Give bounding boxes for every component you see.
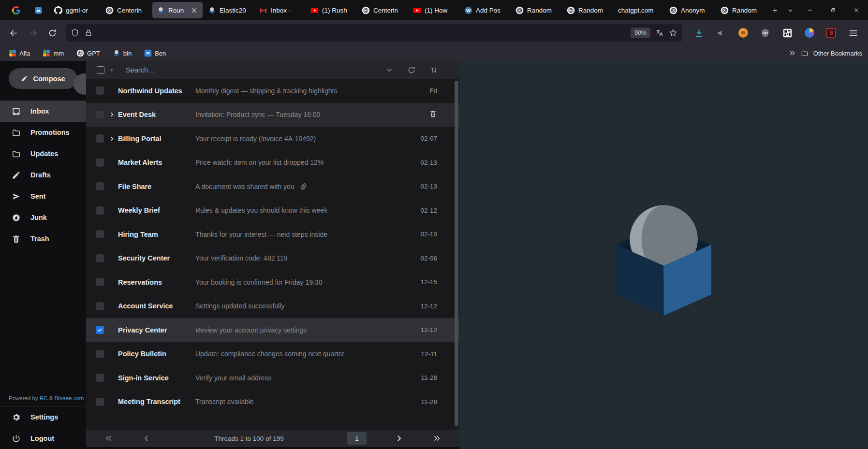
tab-inbox[interactable]: Inbox - bbox=[255, 2, 305, 18]
translate-icon[interactable] bbox=[655, 29, 664, 37]
refresh-icon[interactable] bbox=[407, 66, 416, 74]
list-options-chevron-icon[interactable] bbox=[385, 66, 394, 74]
other-bookmarks-label[interactable]: Other Bookmarks bbox=[813, 50, 862, 57]
shield-icon[interactable] bbox=[71, 29, 79, 37]
row-checkbox[interactable] bbox=[96, 206, 104, 215]
row-checkbox[interactable] bbox=[96, 398, 104, 406]
menu-hamburger-icon[interactable] bbox=[848, 28, 858, 38]
tab-1-rush[interactable]: (1) Rush bbox=[306, 2, 356, 18]
row-checkbox[interactable] bbox=[96, 111, 104, 119]
powered-link-rc[interactable]: RC bbox=[40, 395, 48, 401]
minimize-button[interactable] bbox=[798, 0, 822, 20]
lock-icon[interactable] bbox=[84, 29, 93, 37]
expand-thread-icon[interactable] bbox=[108, 135, 115, 142]
sidebar-item-drafts[interactable]: Drafts bbox=[0, 164, 86, 186]
tab-centerin[interactable]: Centerin bbox=[357, 2, 408, 18]
expand-thread-icon[interactable] bbox=[108, 111, 115, 118]
tab-random[interactable]: Random bbox=[716, 2, 766, 18]
row-date[interactable] bbox=[413, 110, 459, 119]
mail-row[interactable]: Hiring TeamThanks for your interest — ne… bbox=[86, 222, 459, 246]
tab-anonym[interactable]: Anonym bbox=[665, 2, 715, 18]
first-page-icon[interactable] bbox=[104, 434, 113, 443]
row-checkbox[interactable] bbox=[96, 182, 104, 190]
back-button[interactable] bbox=[5, 25, 22, 41]
bookmark-afla[interactable]: Afla bbox=[9, 49, 30, 57]
bookmark-gpt[interactable]: GPT bbox=[76, 49, 100, 57]
mail-row[interactable]: Billing PortalYour receipt is ready (Inv… bbox=[86, 127, 459, 151]
mail-row[interactable]: Northwind UpdatesMonthly digest — shippi… bbox=[86, 79, 459, 103]
url-bar[interactable]: 90% bbox=[66, 24, 682, 42]
maximize-button[interactable] bbox=[822, 0, 845, 20]
tab-random[interactable]: Random bbox=[562, 2, 613, 18]
reload-button[interactable] bbox=[44, 25, 61, 41]
row-checkbox[interactable] bbox=[96, 254, 104, 262]
extension-ud-shield-icon[interactable]: UD bbox=[760, 28, 770, 38]
last-page-icon[interactable] bbox=[432, 434, 441, 443]
bookmarks-overflow-icon[interactable] bbox=[788, 49, 796, 57]
list-all-tabs-button[interactable] bbox=[782, 2, 798, 18]
row-checkbox[interactable] bbox=[96, 374, 104, 382]
bookmark-mm[interactable]: mm bbox=[43, 49, 64, 57]
tab-blueapp[interactable] bbox=[28, 2, 49, 18]
search-input[interactable]: Search... bbox=[126, 66, 154, 74]
tab-centerin[interactable]: Centerin bbox=[101, 2, 151, 18]
select-dropdown-caret-icon[interactable] bbox=[108, 67, 115, 73]
extension-pie-icon[interactable] bbox=[805, 28, 814, 38]
sidebar-item-promotions[interactable]: Promotions bbox=[0, 122, 86, 143]
row-checkbox[interactable] bbox=[96, 326, 104, 334]
mail-row[interactable]: Weekly BriefRules & updates you should k… bbox=[86, 199, 459, 223]
speaker-muted-icon[interactable] bbox=[716, 28, 726, 38]
compose-button[interactable]: Compose bbox=[9, 68, 77, 89]
sidebar-item-inbox[interactable]: Inbox bbox=[0, 101, 86, 122]
mail-row[interactable]: Market AlertsPrice watch: item on your l… bbox=[86, 151, 459, 175]
forward-button[interactable] bbox=[24, 25, 42, 41]
mail-row[interactable]: Policy BulletinUpdate: compliance change… bbox=[86, 342, 459, 366]
next-page-icon[interactable] bbox=[395, 434, 403, 443]
mail-row[interactable]: Security CenterYour verification code: 4… bbox=[86, 246, 459, 271]
sidebar-item-updates[interactable]: Updates bbox=[0, 143, 86, 164]
sidebar-item-junk[interactable]: Junk bbox=[0, 207, 86, 228]
row-checkbox[interactable] bbox=[96, 87, 104, 95]
tab-random[interactable]: Random bbox=[511, 2, 561, 18]
downloads-icon[interactable] bbox=[694, 28, 704, 38]
new-tab-button[interactable] bbox=[767, 2, 782, 18]
tab-roun[interactable]: Roun bbox=[152, 2, 203, 18]
scrollbar-thumb[interactable] bbox=[455, 81, 458, 426]
sidebar-item-logout[interactable]: Logout bbox=[0, 428, 86, 449]
tab-elastic20[interactable]: Elastic20 bbox=[204, 2, 254, 18]
bookmark-star-icon[interactable] bbox=[669, 29, 677, 37]
row-checkbox[interactable] bbox=[96, 134, 104, 143]
mail-row[interactable]: Event DeskInvitation: Product sync — Tue… bbox=[86, 103, 459, 127]
mail-row[interactable]: Account ServiceSettings updated successf… bbox=[86, 294, 459, 319]
bookmark-ben[interactable]: Ben bbox=[144, 49, 166, 57]
tab-chatgpt-com[interactable]: chatgpt.com bbox=[614, 2, 664, 18]
mail-row[interactable]: ReservationsYour booking is confirmed fo… bbox=[86, 270, 459, 294]
select-all-checkbox[interactable] bbox=[97, 66, 104, 74]
list-scrollbar[interactable] bbox=[455, 80, 458, 429]
extension-orange-icon[interactable] bbox=[738, 28, 748, 38]
row-checkbox[interactable] bbox=[96, 278, 104, 286]
tab-close-icon[interactable] bbox=[190, 6, 198, 14]
row-checkbox[interactable] bbox=[96, 350, 104, 358]
extension-s-icon[interactable]: S bbox=[826, 28, 836, 38]
previous-page-icon[interactable] bbox=[142, 434, 151, 443]
mail-row[interactable]: Meeting TranscriptTranscript available11… bbox=[86, 390, 459, 414]
extension-qr-icon[interactable] bbox=[782, 28, 793, 38]
row-checkbox[interactable] bbox=[96, 159, 104, 167]
sidebar-item-trash[interactable]: Trash bbox=[0, 228, 86, 249]
tab-ggml-or[interactable]: ggml-or bbox=[50, 2, 100, 18]
mail-row[interactable]: File ShareA document was shared with you… bbox=[86, 174, 459, 199]
zoom-level-indicator[interactable]: 90% bbox=[631, 28, 650, 38]
tab-add-pos[interactable]: WAdd Pos bbox=[460, 2, 510, 18]
powered-link-binaee[interactable]: Binaee.com bbox=[55, 395, 84, 401]
sidebar-item-sent[interactable]: Sent bbox=[0, 186, 86, 207]
row-checkbox[interactable] bbox=[96, 230, 104, 238]
close-window-button[interactable] bbox=[845, 0, 868, 20]
row-checkbox[interactable] bbox=[96, 302, 104, 310]
current-page-indicator[interactable]: 1 bbox=[347, 432, 367, 445]
bookmark-bin[interactable]: bin bbox=[113, 49, 132, 57]
sidebar-item-settings[interactable]: Settings bbox=[0, 406, 86, 428]
sort-icon[interactable] bbox=[429, 66, 438, 74]
mail-row[interactable]: Privacy CenterReview your account privac… bbox=[86, 318, 459, 342]
mail-row[interactable]: Sign-in ServiceVerify your email address… bbox=[86, 366, 459, 390]
